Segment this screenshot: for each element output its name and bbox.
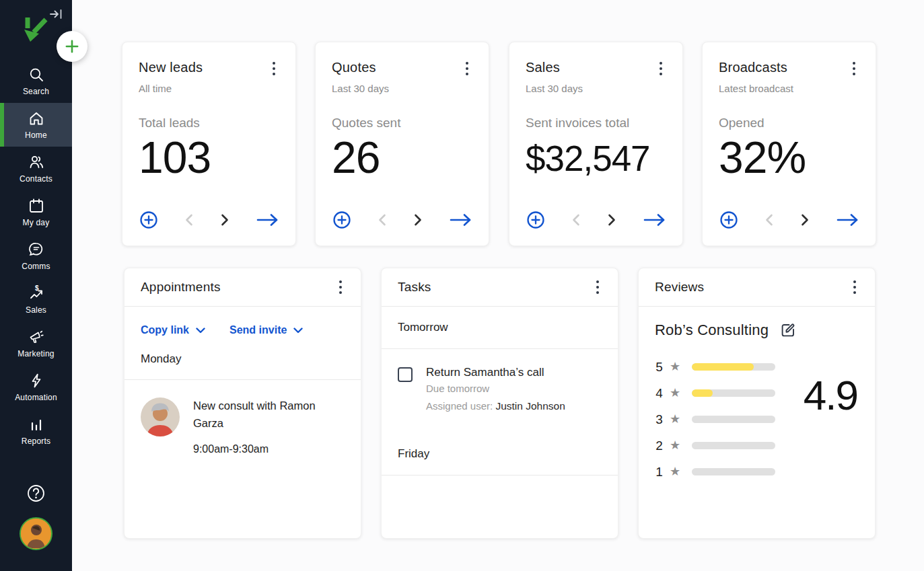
task-item[interactable]: Return Samantha’s call Due tomorrow Assi… <box>382 349 618 412</box>
metric-label: Total leads <box>139 116 279 130</box>
tasks-section-friday: Friday <box>382 433 618 475</box>
edit-icon[interactable] <box>779 321 797 339</box>
rating-count-label: 2 <box>655 439 664 453</box>
sidebar-item-my-day[interactable]: My day <box>0 190 72 234</box>
sidebar-label: Reports <box>22 436 50 446</box>
sidebar-item-reports[interactable]: Reports <box>0 409 72 453</box>
go-to-report-arrow-icon[interactable] <box>255 212 281 230</box>
card-subtitle: Last 30 days <box>526 83 666 94</box>
star-icon: ★ <box>670 360 680 373</box>
sidebar-label: Contacts <box>20 174 52 184</box>
card-reviews: Reviews Rob’s Consulting 5 ★ <box>638 268 876 539</box>
kebab-menu-icon[interactable] <box>592 278 603 296</box>
card-subtitle: Last 30 days <box>332 83 472 94</box>
appointment-title: New consult with Ramon Garza <box>193 397 331 432</box>
appointment-item[interactable]: New consult with Ramon Garza 9:00am-9:30… <box>125 380 361 455</box>
sidebar-item-automation[interactable]: Automation <box>0 365 72 409</box>
rating-row-2: 2 ★ <box>655 432 859 459</box>
assigned-label: Assigned user: <box>426 400 493 412</box>
go-to-report-arrow-icon[interactable] <box>642 212 668 230</box>
prev-page-icon[interactable] <box>183 213 195 229</box>
appointments-day-header: Monday <box>125 336 361 380</box>
sidebar-item-home[interactable]: Home <box>0 103 72 147</box>
bar-chart-icon <box>28 416 45 433</box>
kebab-menu-icon[interactable] <box>462 60 472 77</box>
user-avatar[interactable] <box>20 517 52 550</box>
keap-dashboard: Search Home Contacts My day Comms $ Sale… <box>0 0 924 571</box>
sidebar-label: Automation <box>15 393 57 402</box>
lightning-icon <box>28 372 45 389</box>
assigned-user-name: Justin Johnson <box>495 400 565 412</box>
sidebar-label: Comms <box>22 262 50 271</box>
star-icon: ★ <box>670 413 680 425</box>
card-title: Quotes <box>332 60 376 75</box>
contacts-icon <box>28 153 45 171</box>
sidebar-label: Search <box>23 87 49 96</box>
next-page-icon[interactable] <box>219 213 231 229</box>
sidebar-item-contacts[interactable]: Contacts <box>0 147 72 190</box>
search-icon <box>28 66 45 83</box>
star-icon: ★ <box>670 465 680 478</box>
add-new-button[interactable] <box>57 31 87 62</box>
card-appointments: Appointments Copy link Send invite Monda… <box>124 268 361 539</box>
keap-logo-icon[interactable] <box>22 15 50 43</box>
sidebar-item-comms[interactable]: Comms <box>0 234 72 278</box>
next-page-icon[interactable] <box>799 213 811 229</box>
card-quotes: Quotes Last 30 days Quotes sent 26 <box>315 42 489 246</box>
metric-value: $32,547 <box>526 138 666 179</box>
next-page-icon[interactable] <box>412 213 424 229</box>
prev-page-icon[interactable] <box>570 213 582 229</box>
kebab-menu-icon[interactable] <box>269 60 279 77</box>
add-circle-icon[interactable] <box>719 210 739 232</box>
kebab-menu-icon[interactable] <box>849 278 860 296</box>
send-invite-label: Send invite <box>229 324 287 336</box>
sidebar-label: Home <box>25 130 47 140</box>
calendar-icon <box>28 197 45 215</box>
kebab-menu-icon[interactable] <box>849 60 859 77</box>
rating-count-label: 1 <box>655 465 664 480</box>
metric-value: 32% <box>719 132 859 183</box>
sidebar-label: Marketing <box>17 349 55 358</box>
send-invite-dropdown[interactable]: Send invite <box>229 324 303 336</box>
card-title: Sales <box>526 60 560 75</box>
sidebar-bottom <box>0 484 72 571</box>
sidebar-item-marketing[interactable]: Marketing <box>0 321 72 365</box>
next-page-icon[interactable] <box>606 213 618 229</box>
contact-avatar <box>141 397 180 436</box>
add-circle-icon[interactable] <box>332 210 352 232</box>
kebab-menu-icon[interactable] <box>335 278 346 296</box>
prev-page-icon[interactable] <box>376 213 388 229</box>
prev-page-icon[interactable] <box>763 213 775 229</box>
task-checkbox[interactable] <box>398 367 413 382</box>
go-to-report-arrow-icon[interactable] <box>448 212 474 230</box>
add-circle-icon[interactable] <box>139 210 159 232</box>
metric-label: Quotes sent <box>332 116 472 130</box>
expand-sidebar-icon[interactable] <box>48 7 65 21</box>
help-icon[interactable] <box>26 484 46 503</box>
card-sales: Sales Last 30 days Sent invoices total $… <box>509 42 683 246</box>
business-name: Rob’s Consulting <box>655 321 769 339</box>
sidebar-nav: Search Home Contacts My day Comms $ Sale… <box>0 59 72 453</box>
add-circle-icon[interactable] <box>526 210 546 232</box>
card-subtitle: All time <box>139 83 279 94</box>
megaphone-icon <box>28 328 45 346</box>
kebab-menu-icon[interactable] <box>655 60 666 77</box>
dollar-trend-icon: $ <box>28 284 45 302</box>
sidebar-item-search[interactable]: Search <box>0 59 72 103</box>
rating-row-1: 1 ★ <box>655 459 859 485</box>
card-broadcasts: Broadcasts Latest broadcast Opened 32% <box>702 42 876 246</box>
appointment-time: 9:00am-9:30am <box>193 443 331 455</box>
sidebar-item-sales[interactable]: $ Sales <box>0 278 72 321</box>
chevron-down-icon <box>293 328 303 334</box>
task-assigned-user: Assigned user: Justin Johnson <box>426 400 565 412</box>
copy-link-dropdown[interactable]: Copy link <box>141 324 205 336</box>
chevron-down-icon <box>196 328 205 334</box>
card-title: Broadcasts <box>719 60 787 75</box>
card-tasks: Tasks Tomorrow Return Samantha’s call Du… <box>381 268 618 539</box>
sidebar-label: Sales <box>26 305 46 315</box>
star-icon: ★ <box>670 439 680 451</box>
go-to-report-arrow-icon[interactable] <box>835 212 861 230</box>
copy-link-label: Copy link <box>141 324 189 336</box>
chat-bubble-icon <box>28 241 45 258</box>
home-icon <box>28 110 45 127</box>
